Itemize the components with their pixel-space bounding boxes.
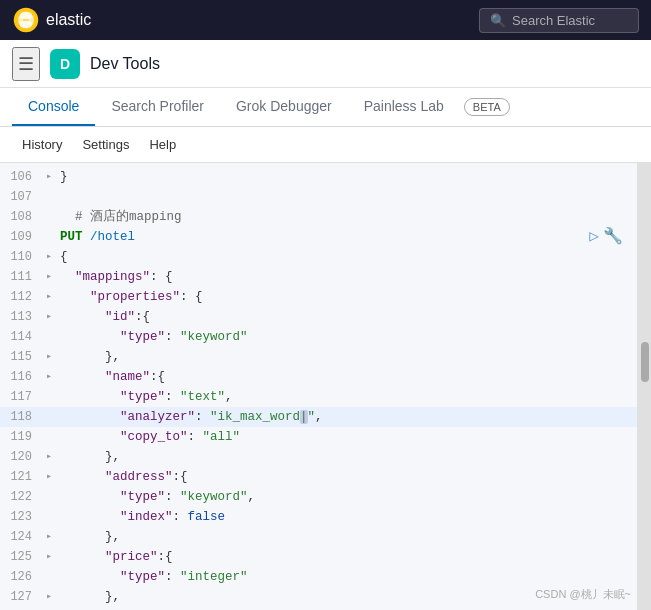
- line-arrow[interactable]: ▸: [42, 247, 56, 267]
- nav-settings[interactable]: Settings: [72, 133, 139, 156]
- code-line: 123 | "index": false: [0, 507, 651, 527]
- code-line: 112 ▸ "properties": {: [0, 287, 651, 307]
- code-line: 116 ▸ "name":{: [0, 367, 651, 387]
- code-line: 118 | "analyzer": "ik_max_word|",: [0, 407, 651, 427]
- line-code: {: [56, 247, 651, 267]
- line-code: },: [56, 347, 651, 367]
- main-layout: ☰ D Dev Tools Console Search Profiler Gr…: [0, 40, 651, 610]
- line-arrow[interactable]: ▸: [42, 307, 56, 327]
- line-code: "type": "integer": [56, 567, 651, 587]
- line-code: }: [56, 167, 651, 187]
- line-number: 114: [0, 327, 42, 347]
- line-number: 117: [0, 387, 42, 407]
- line-code: "type": "keyword",: [56, 487, 651, 507]
- line-number: 118: [0, 407, 42, 427]
- line-arrow[interactable]: ▸: [42, 447, 56, 467]
- code-line: 114 | "type": "keyword": [0, 327, 651, 347]
- line-arrow[interactable]: ▸: [42, 287, 56, 307]
- code-line: 108 # 酒店的mapping: [0, 207, 651, 227]
- code-line: 113 ▸ "id":{: [0, 307, 651, 327]
- elastic-icon-svg: [12, 6, 40, 34]
- avatar: D: [50, 49, 80, 79]
- line-code: "analyzer": "ik_max_word|",: [56, 407, 651, 427]
- line-arrow[interactable]: ▸: [42, 367, 56, 387]
- svg-point-3: [18, 15, 23, 26]
- line-arrow[interactable]: ▸: [42, 467, 56, 487]
- devtools-bar: ☰ D Dev Tools: [0, 40, 651, 88]
- line-arrow: [42, 207, 56, 227]
- line-arrow: [42, 227, 56, 247]
- code-line: 124 ▸ },: [0, 527, 651, 547]
- line-arrow[interactable]: ▸: [42, 587, 56, 607]
- line-code: "copy_to": "all": [56, 427, 651, 447]
- code-line: 125 ▸ "price":{: [0, 547, 651, 567]
- line-arrow[interactable]: ▸: [42, 347, 56, 367]
- search-placeholder: Search Elastic: [512, 13, 595, 28]
- line-arrow: |: [42, 487, 56, 507]
- code-line: 119 | "copy_to": "all": [0, 427, 651, 447]
- nav-history[interactable]: History: [12, 133, 72, 156]
- code-line: 121 ▸ "address":{: [0, 467, 651, 487]
- line-number: 110: [0, 247, 42, 267]
- tab-search-profiler[interactable]: Search Profiler: [95, 88, 220, 126]
- line-number: 108: [0, 207, 42, 227]
- top-bar-left: elastic: [12, 6, 91, 34]
- line-arrow: |: [42, 327, 56, 347]
- line-code: "type": "text",: [56, 387, 651, 407]
- nav-help[interactable]: Help: [139, 133, 186, 156]
- line-arrow[interactable]: ▸: [42, 527, 56, 547]
- editor-content: 106 ▸ } 107 108 # 酒店的mapping 109 PUT /ho…: [0, 163, 651, 610]
- line-number: 123: [0, 507, 42, 527]
- line-code: "type": "keyword": [56, 327, 651, 347]
- line-arrow[interactable]: ▸: [42, 267, 56, 287]
- line-code: },: [56, 447, 651, 467]
- line-code: "mappings": {: [56, 267, 651, 287]
- search-icon: 🔍: [490, 13, 506, 28]
- code-line: 110 ▸ {: [0, 247, 651, 267]
- line-arrow: [42, 187, 56, 207]
- top-bar: elastic 🔍 Search Elastic: [0, 0, 651, 40]
- line-code: PUT /hotel: [56, 227, 651, 247]
- tab-painless-lab[interactable]: Painless Lab: [348, 88, 460, 126]
- run-icon[interactable]: ▷: [589, 227, 599, 247]
- hamburger-button[interactable]: ☰: [12, 47, 40, 81]
- line-number: 120: [0, 447, 42, 467]
- scrollbar[interactable]: [637, 163, 651, 610]
- line-arrow: |: [42, 387, 56, 407]
- elastic-logo-text: elastic: [46, 11, 91, 29]
- tab-console[interactable]: Console: [12, 88, 95, 126]
- line-arrow[interactable]: ▸: [42, 167, 56, 187]
- line-actions: ▷ 🔧: [589, 227, 623, 247]
- code-line: 120 ▸ },: [0, 447, 651, 467]
- line-number: 122: [0, 487, 42, 507]
- code-line: 117 | "type": "text",: [0, 387, 651, 407]
- code-line: 111 ▸ "mappings": {: [0, 267, 651, 287]
- line-code: "price":{: [56, 547, 651, 567]
- line-code: },: [56, 527, 651, 547]
- line-number: 107: [0, 187, 42, 207]
- code-line: 106 ▸ }: [0, 167, 651, 187]
- line-number: 111: [0, 267, 42, 287]
- tab-grok-debugger[interactable]: Grok Debugger: [220, 88, 348, 126]
- line-arrow[interactable]: ▸: [42, 547, 56, 567]
- nav-tabs: Console Search Profiler Grok Debugger Pa…: [0, 88, 651, 127]
- code-line: 107: [0, 187, 651, 207]
- line-number: 125: [0, 547, 42, 567]
- search-elastic-box[interactable]: 🔍 Search Elastic: [479, 8, 639, 33]
- line-number: 121: [0, 467, 42, 487]
- wrench-icon[interactable]: 🔧: [603, 227, 623, 247]
- line-code: "address":{: [56, 467, 651, 487]
- elastic-logo: elastic: [12, 6, 91, 34]
- svg-point-4: [29, 15, 34, 26]
- line-number: 106: [0, 167, 42, 187]
- scrollbar-thumb[interactable]: [641, 342, 649, 382]
- line-code: "index": false: [56, 507, 651, 527]
- secondary-nav: History Settings Help: [0, 127, 651, 163]
- line-number: 126: [0, 567, 42, 587]
- editor-area[interactable]: 106 ▸ } 107 108 # 酒店的mapping 109 PUT /ho…: [0, 163, 651, 610]
- line-number: 116: [0, 367, 42, 387]
- svg-point-0: [14, 8, 39, 33]
- code-line: 122 | "type": "keyword",: [0, 487, 651, 507]
- line-number: 109: [0, 227, 42, 247]
- line-code: [56, 187, 651, 207]
